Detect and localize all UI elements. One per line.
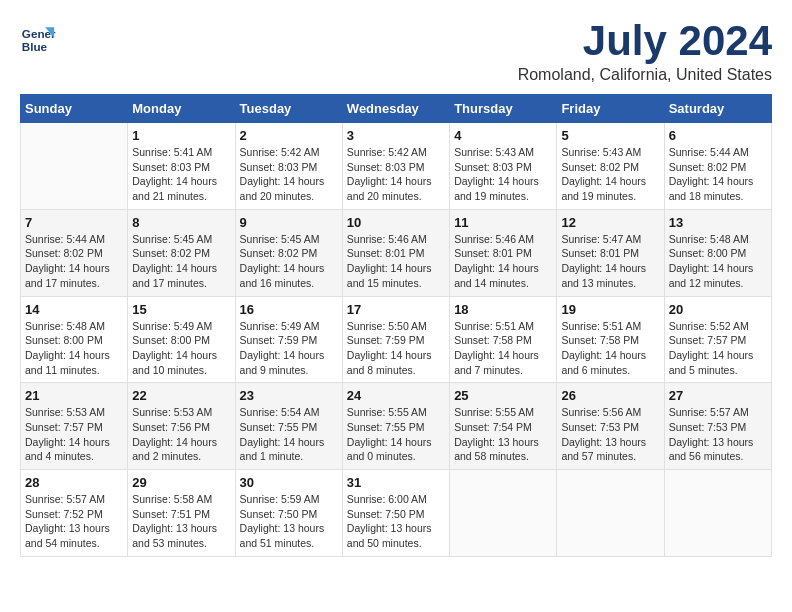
- day-info: Sunrise: 5:42 AM Sunset: 8:03 PM Dayligh…: [347, 145, 445, 204]
- day-info: Sunrise: 5:57 AM Sunset: 7:52 PM Dayligh…: [25, 492, 123, 551]
- day-cell: 30Sunrise: 5:59 AM Sunset: 7:50 PM Dayli…: [235, 470, 342, 557]
- day-number: 4: [454, 128, 552, 143]
- day-cell: 31Sunrise: 6:00 AM Sunset: 7:50 PM Dayli…: [342, 470, 449, 557]
- day-number: 14: [25, 302, 123, 317]
- day-number: 9: [240, 215, 338, 230]
- day-info: Sunrise: 5:44 AM Sunset: 8:02 PM Dayligh…: [25, 232, 123, 291]
- week-row-3: 14Sunrise: 5:48 AM Sunset: 8:00 PM Dayli…: [21, 296, 772, 383]
- day-number: 3: [347, 128, 445, 143]
- day-cell: 20Sunrise: 5:52 AM Sunset: 7:57 PM Dayli…: [664, 296, 771, 383]
- day-cell: 18Sunrise: 5:51 AM Sunset: 7:58 PM Dayli…: [450, 296, 557, 383]
- day-number: 2: [240, 128, 338, 143]
- day-number: 22: [132, 388, 230, 403]
- day-number: 8: [132, 215, 230, 230]
- day-cell: 25Sunrise: 5:55 AM Sunset: 7:54 PM Dayli…: [450, 383, 557, 470]
- day-info: Sunrise: 5:51 AM Sunset: 7:58 PM Dayligh…: [454, 319, 552, 378]
- day-cell: 2Sunrise: 5:42 AM Sunset: 8:03 PM Daylig…: [235, 123, 342, 210]
- day-info: Sunrise: 5:44 AM Sunset: 8:02 PM Dayligh…: [669, 145, 767, 204]
- day-info: Sunrise: 5:45 AM Sunset: 8:02 PM Dayligh…: [240, 232, 338, 291]
- day-cell: 15Sunrise: 5:49 AM Sunset: 8:00 PM Dayli…: [128, 296, 235, 383]
- logo: General Blue: [20, 20, 56, 56]
- day-info: Sunrise: 5:54 AM Sunset: 7:55 PM Dayligh…: [240, 405, 338, 464]
- day-cell: 28Sunrise: 5:57 AM Sunset: 7:52 PM Dayli…: [21, 470, 128, 557]
- day-cell: 8Sunrise: 5:45 AM Sunset: 8:02 PM Daylig…: [128, 209, 235, 296]
- week-row-1: 1Sunrise: 5:41 AM Sunset: 8:03 PM Daylig…: [21, 123, 772, 210]
- day-number: 29: [132, 475, 230, 490]
- title-area: July 2024 Romoland, California, United S…: [518, 20, 772, 84]
- day-info: Sunrise: 5:41 AM Sunset: 8:03 PM Dayligh…: [132, 145, 230, 204]
- day-info: Sunrise: 5:43 AM Sunset: 8:03 PM Dayligh…: [454, 145, 552, 204]
- day-info: Sunrise: 5:46 AM Sunset: 8:01 PM Dayligh…: [347, 232, 445, 291]
- day-number: 19: [561, 302, 659, 317]
- day-number: 15: [132, 302, 230, 317]
- day-info: Sunrise: 5:53 AM Sunset: 7:56 PM Dayligh…: [132, 405, 230, 464]
- day-info: Sunrise: 5:55 AM Sunset: 7:55 PM Dayligh…: [347, 405, 445, 464]
- day-cell: 12Sunrise: 5:47 AM Sunset: 8:01 PM Dayli…: [557, 209, 664, 296]
- day-cell: 16Sunrise: 5:49 AM Sunset: 7:59 PM Dayli…: [235, 296, 342, 383]
- svg-text:Blue: Blue: [22, 40, 48, 53]
- day-number: 21: [25, 388, 123, 403]
- day-info: Sunrise: 5:49 AM Sunset: 7:59 PM Dayligh…: [240, 319, 338, 378]
- header-saturday: Saturday: [664, 95, 771, 123]
- day-info: Sunrise: 5:58 AM Sunset: 7:51 PM Dayligh…: [132, 492, 230, 551]
- week-row-5: 28Sunrise: 5:57 AM Sunset: 7:52 PM Dayli…: [21, 470, 772, 557]
- day-cell: 23Sunrise: 5:54 AM Sunset: 7:55 PM Dayli…: [235, 383, 342, 470]
- day-info: Sunrise: 5:49 AM Sunset: 8:00 PM Dayligh…: [132, 319, 230, 378]
- header-friday: Friday: [557, 95, 664, 123]
- day-info: Sunrise: 6:00 AM Sunset: 7:50 PM Dayligh…: [347, 492, 445, 551]
- day-info: Sunrise: 5:46 AM Sunset: 8:01 PM Dayligh…: [454, 232, 552, 291]
- day-cell: 27Sunrise: 5:57 AM Sunset: 7:53 PM Dayli…: [664, 383, 771, 470]
- day-number: 11: [454, 215, 552, 230]
- day-number: 26: [561, 388, 659, 403]
- day-cell: 1Sunrise: 5:41 AM Sunset: 8:03 PM Daylig…: [128, 123, 235, 210]
- header-monday: Monday: [128, 95, 235, 123]
- day-info: Sunrise: 5:50 AM Sunset: 7:59 PM Dayligh…: [347, 319, 445, 378]
- day-cell: 22Sunrise: 5:53 AM Sunset: 7:56 PM Dayli…: [128, 383, 235, 470]
- day-number: 30: [240, 475, 338, 490]
- day-cell: 6Sunrise: 5:44 AM Sunset: 8:02 PM Daylig…: [664, 123, 771, 210]
- day-number: 24: [347, 388, 445, 403]
- day-number: 5: [561, 128, 659, 143]
- page-header: General Blue July 2024 Romoland, Califor…: [20, 20, 772, 84]
- header-tuesday: Tuesday: [235, 95, 342, 123]
- day-number: 23: [240, 388, 338, 403]
- day-info: Sunrise: 5:52 AM Sunset: 7:57 PM Dayligh…: [669, 319, 767, 378]
- day-info: Sunrise: 5:55 AM Sunset: 7:54 PM Dayligh…: [454, 405, 552, 464]
- day-cell: 7Sunrise: 5:44 AM Sunset: 8:02 PM Daylig…: [21, 209, 128, 296]
- day-cell: 26Sunrise: 5:56 AM Sunset: 7:53 PM Dayli…: [557, 383, 664, 470]
- day-number: 25: [454, 388, 552, 403]
- day-cell: 3Sunrise: 5:42 AM Sunset: 8:03 PM Daylig…: [342, 123, 449, 210]
- day-number: 20: [669, 302, 767, 317]
- day-cell: 24Sunrise: 5:55 AM Sunset: 7:55 PM Dayli…: [342, 383, 449, 470]
- day-cell: 10Sunrise: 5:46 AM Sunset: 8:01 PM Dayli…: [342, 209, 449, 296]
- day-cell: 9Sunrise: 5:45 AM Sunset: 8:02 PM Daylig…: [235, 209, 342, 296]
- day-cell: 4Sunrise: 5:43 AM Sunset: 8:03 PM Daylig…: [450, 123, 557, 210]
- day-info: Sunrise: 5:43 AM Sunset: 8:02 PM Dayligh…: [561, 145, 659, 204]
- day-info: Sunrise: 5:45 AM Sunset: 8:02 PM Dayligh…: [132, 232, 230, 291]
- calendar-table: SundayMondayTuesdayWednesdayThursdayFrid…: [20, 94, 772, 557]
- day-number: 27: [669, 388, 767, 403]
- day-info: Sunrise: 5:48 AM Sunset: 8:00 PM Dayligh…: [25, 319, 123, 378]
- header-row: SundayMondayTuesdayWednesdayThursdayFrid…: [21, 95, 772, 123]
- day-cell: 29Sunrise: 5:58 AM Sunset: 7:51 PM Dayli…: [128, 470, 235, 557]
- week-row-4: 21Sunrise: 5:53 AM Sunset: 7:57 PM Dayli…: [21, 383, 772, 470]
- day-cell: [450, 470, 557, 557]
- day-number: 13: [669, 215, 767, 230]
- day-number: 17: [347, 302, 445, 317]
- day-cell: 13Sunrise: 5:48 AM Sunset: 8:00 PM Dayli…: [664, 209, 771, 296]
- header-wednesday: Wednesday: [342, 95, 449, 123]
- header-thursday: Thursday: [450, 95, 557, 123]
- day-info: Sunrise: 5:42 AM Sunset: 8:03 PM Dayligh…: [240, 145, 338, 204]
- calendar-header: SundayMondayTuesdayWednesdayThursdayFrid…: [21, 95, 772, 123]
- main-title: July 2024: [518, 20, 772, 62]
- day-info: Sunrise: 5:53 AM Sunset: 7:57 PM Dayligh…: [25, 405, 123, 464]
- day-cell: 14Sunrise: 5:48 AM Sunset: 8:00 PM Dayli…: [21, 296, 128, 383]
- day-cell: [557, 470, 664, 557]
- day-info: Sunrise: 5:51 AM Sunset: 7:58 PM Dayligh…: [561, 319, 659, 378]
- day-cell: 17Sunrise: 5:50 AM Sunset: 7:59 PM Dayli…: [342, 296, 449, 383]
- day-info: Sunrise: 5:48 AM Sunset: 8:00 PM Dayligh…: [669, 232, 767, 291]
- day-number: 1: [132, 128, 230, 143]
- day-cell: 19Sunrise: 5:51 AM Sunset: 7:58 PM Dayli…: [557, 296, 664, 383]
- day-number: 7: [25, 215, 123, 230]
- week-row-2: 7Sunrise: 5:44 AM Sunset: 8:02 PM Daylig…: [21, 209, 772, 296]
